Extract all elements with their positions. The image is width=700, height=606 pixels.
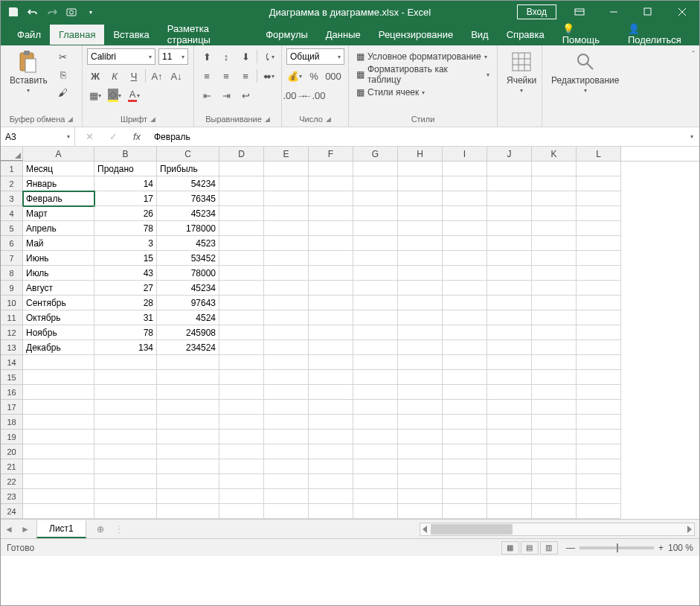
cell[interactable] (353, 415, 398, 430)
cell[interactable] (443, 206, 487, 221)
enter-icon[interactable]: ✓ (105, 129, 121, 145)
cell[interactable]: 28 (94, 296, 157, 310)
cell[interactable] (219, 162, 264, 176)
cell[interactable] (353, 310, 398, 325)
cell[interactable] (532, 355, 577, 370)
next-sheet-icon[interactable]: ► (17, 521, 33, 538)
cell[interactable] (264, 355, 309, 370)
font-name-select[interactable]: Calibri▾ (87, 48, 155, 65)
cell[interactable] (219, 266, 264, 281)
row-header[interactable]: 9 (1, 281, 23, 296)
cell[interactable] (577, 281, 621, 296)
cell[interactable] (398, 206, 443, 221)
tab-file[interactable]: Файл (8, 25, 50, 45)
cell[interactable] (398, 236, 443, 251)
cell[interactable] (532, 340, 577, 355)
cell[interactable] (264, 385, 309, 400)
cell[interactable] (219, 474, 264, 489)
cell[interactable] (398, 176, 443, 191)
save-icon[interactable] (5, 4, 22, 20)
ribbon-options-icon[interactable] (562, 1, 597, 23)
sheet-tab[interactable]: Лист1 (36, 520, 86, 538)
cell[interactable] (353, 191, 398, 206)
cell[interactable] (219, 176, 264, 191)
cell[interactable] (398, 489, 443, 504)
cells-button[interactable]: Ячейки▾ (502, 48, 541, 95)
cell[interactable] (577, 459, 621, 474)
cell[interactable] (309, 355, 353, 370)
cell[interactable] (532, 444, 577, 459)
cell[interactable] (219, 221, 264, 236)
cell[interactable] (219, 415, 264, 430)
row-header[interactable]: 23 (1, 489, 23, 504)
cell[interactable] (309, 266, 353, 281)
cell[interactable]: 234524 (157, 340, 219, 355)
cell[interactable] (264, 251, 309, 266)
tab-help[interactable]: Справка (498, 25, 553, 45)
cell[interactable] (157, 370, 219, 385)
cell[interactable] (487, 236, 532, 251)
cell[interactable] (398, 191, 443, 206)
col-header[interactable]: F (309, 147, 353, 161)
cell[interactable] (264, 430, 309, 444)
cell[interactable] (264, 489, 309, 504)
cell[interactable]: Прибыль (157, 162, 219, 176)
align-bottom-icon[interactable]: ⬇ (237, 48, 254, 65)
cell[interactable] (157, 355, 219, 370)
cell[interactable] (353, 444, 398, 459)
maximize-icon[interactable] (631, 1, 665, 23)
zoom-in-icon[interactable]: + (658, 543, 664, 553)
cell[interactable] (94, 474, 157, 489)
row-header[interactable]: 15 (1, 370, 23, 385)
editing-button[interactable]: Редактирование▾ (547, 48, 623, 95)
cell[interactable] (157, 474, 219, 489)
row-header[interactable]: 3 (1, 191, 23, 206)
cell[interactable]: Февраль (23, 191, 94, 206)
cell[interactable] (487, 176, 532, 191)
cell[interactable]: Июль (23, 266, 94, 281)
cell[interactable]: Январь (23, 176, 94, 191)
zoom-slider[interactable] (579, 546, 654, 549)
cell[interactable]: Месяц (23, 162, 94, 176)
cell[interactable] (577, 444, 621, 459)
cell[interactable] (487, 459, 532, 474)
cell[interactable] (398, 415, 443, 430)
cell[interactable] (532, 504, 577, 519)
cell[interactable] (487, 266, 532, 281)
cell[interactable] (443, 415, 487, 430)
signin-button[interactable]: Вход (517, 4, 556, 19)
cell[interactable] (487, 340, 532, 355)
cell[interactable] (157, 489, 219, 504)
redo-icon[interactable] (44, 4, 60, 20)
cell[interactable] (398, 325, 443, 340)
wrap-text-icon[interactable]: ↩ (237, 87, 254, 103)
col-header[interactable]: A (23, 147, 94, 161)
cell[interactable] (353, 206, 398, 221)
cell[interactable]: 14 (94, 176, 157, 191)
cell[interactable] (264, 191, 309, 206)
cell[interactable]: 53452 (157, 251, 219, 266)
cell[interactable] (487, 444, 532, 459)
cell[interactable]: 4524 (157, 310, 219, 325)
cell[interactable] (443, 236, 487, 251)
cell[interactable] (94, 444, 157, 459)
cell[interactable] (219, 400, 264, 415)
cell[interactable]: 27 (94, 281, 157, 296)
decrease-indent-icon[interactable]: ⇤ (199, 87, 215, 103)
cell[interactable] (264, 504, 309, 519)
cell[interactable] (443, 444, 487, 459)
cell[interactable] (577, 221, 621, 236)
collapse-ribbon-icon[interactable]: ˆ (692, 50, 695, 59)
cell[interactable] (264, 296, 309, 310)
cell[interactable] (398, 310, 443, 325)
cut-icon[interactable]: ✂ (55, 48, 71, 65)
cell[interactable] (532, 281, 577, 296)
minimize-icon[interactable] (597, 1, 631, 23)
cell[interactable] (309, 370, 353, 385)
cell[interactable]: Ноябрь (23, 325, 94, 340)
cell[interactable] (264, 221, 309, 236)
cell[interactable] (532, 385, 577, 400)
tab-data[interactable]: Данные (317, 25, 370, 45)
page-layout-view-icon[interactable]: ▤ (521, 541, 539, 555)
format-table-button[interactable]: ▦Форматировать как таблицу▾ (353, 66, 492, 83)
